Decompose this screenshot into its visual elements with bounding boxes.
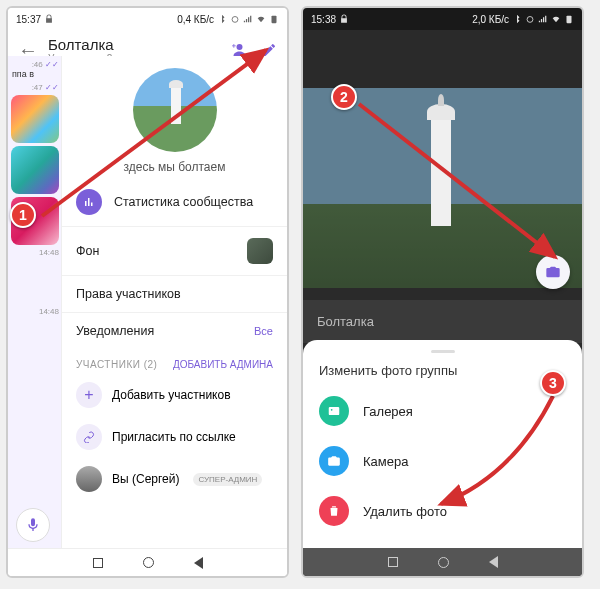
stats-icon <box>76 189 102 215</box>
sticker-thumbnail <box>11 95 59 143</box>
link-icon <box>76 424 102 450</box>
group-settings-panel: здесь мы болтаем Статистика сообщества Ф… <box>62 56 287 548</box>
svg-rect-1 <box>272 16 277 24</box>
signal-icon <box>243 14 253 24</box>
photo-action-sheet: Изменить фото группы Галерея Камера Удал… <box>303 340 582 548</box>
nav-recent-icon[interactable] <box>388 557 398 567</box>
annotation-badge-3: 3 <box>540 370 566 396</box>
svg-rect-5 <box>567 16 572 24</box>
notifications-row[interactable]: Уведомления Все <box>62 312 287 349</box>
member-rights-row[interactable]: Права участников <box>62 275 287 312</box>
status-time: 15:37 <box>16 14 41 25</box>
nav-back-icon[interactable] <box>489 556 498 568</box>
group-avatar[interactable] <box>133 68 217 152</box>
phone-edit-photo-screen: 15:38 2,0 КБ/с Болталка Изменить фото гр… <box>301 6 584 578</box>
sheet-gallery-row[interactable]: Галерея <box>303 386 582 436</box>
status-net: 0,4 КБ/с <box>177 14 214 25</box>
camera-icon <box>319 446 349 476</box>
svg-point-7 <box>331 409 333 411</box>
plus-icon: + <box>76 382 102 408</box>
battery-icon <box>564 14 574 24</box>
group-description: здесь мы болтаем <box>124 160 226 174</box>
phone-settings-screen: 15:37 0,4 КБ/с ← Болталка Участников: 2 <box>6 6 289 578</box>
group-photo-preview[interactable] <box>303 88 582 288</box>
mic-button[interactable] <box>16 508 50 542</box>
gallery-icon <box>319 396 349 426</box>
nav-home-icon[interactable] <box>143 557 154 568</box>
wifi-icon <box>551 14 561 24</box>
nav-recent-icon[interactable] <box>93 558 103 568</box>
add-members-row[interactable]: + Добавить участников <box>62 374 287 416</box>
android-navbar <box>8 548 287 576</box>
background-thumbnail <box>247 238 273 264</box>
bluetooth-icon <box>217 14 227 24</box>
user-avatar <box>76 466 102 492</box>
background-row[interactable]: Фон <box>62 226 287 275</box>
svg-rect-6 <box>329 407 340 415</box>
members-section-header: УЧАСТНИКИ (2) ДОБАВИТЬ АДМИНА <box>62 349 287 374</box>
bluetooth-icon <box>512 14 522 24</box>
change-photo-fab[interactable] <box>536 255 570 289</box>
wifi-icon <box>256 14 266 24</box>
trash-icon <box>319 496 349 526</box>
svg-point-4 <box>527 17 533 23</box>
background-chat-strip: :46 ✓✓ ппа в :47 ✓✓ 14:48 14:48 <box>8 56 62 548</box>
status-net: 2,0 КБ/с <box>472 14 509 25</box>
add-admin-link[interactable]: ДОБАВИТЬ АДМИНА <box>173 359 273 370</box>
nav-back-icon[interactable] <box>194 557 203 569</box>
community-stats-row[interactable]: Статистика сообщества <box>62 178 287 226</box>
battery-icon <box>269 14 279 24</box>
alarm-icon <box>230 14 240 24</box>
group-title: Болталка <box>48 36 219 53</box>
sheet-delete-row[interactable]: Удалить фото <box>303 486 582 536</box>
status-bar: 15:37 0,4 КБ/с <box>8 8 287 30</box>
svg-point-0 <box>232 17 238 23</box>
lock-icon <box>44 14 54 24</box>
member-you-row[interactable]: Вы (Сергей) СУПЕР-АДМИН <box>62 458 287 500</box>
sheet-camera-row[interactable]: Камера <box>303 436 582 486</box>
status-time: 15:38 <box>311 14 336 25</box>
group-name-input[interactable]: Болталка <box>303 300 582 343</box>
lock-icon <box>339 14 349 24</box>
signal-icon <box>538 14 548 24</box>
svg-point-2 <box>237 44 243 50</box>
sheet-handle[interactable] <box>431 350 455 353</box>
annotation-badge-1: 1 <box>10 202 36 228</box>
sticker-thumbnail <box>11 146 59 194</box>
android-navbar <box>303 548 582 576</box>
nav-home-icon[interactable] <box>438 557 449 568</box>
status-bar: 15:38 2,0 КБ/с <box>303 8 582 30</box>
annotation-badge-2: 2 <box>331 84 357 110</box>
role-badge: СУПЕР-АДМИН <box>193 473 262 486</box>
invite-link-row[interactable]: Пригласить по ссылке <box>62 416 287 458</box>
alarm-icon <box>525 14 535 24</box>
